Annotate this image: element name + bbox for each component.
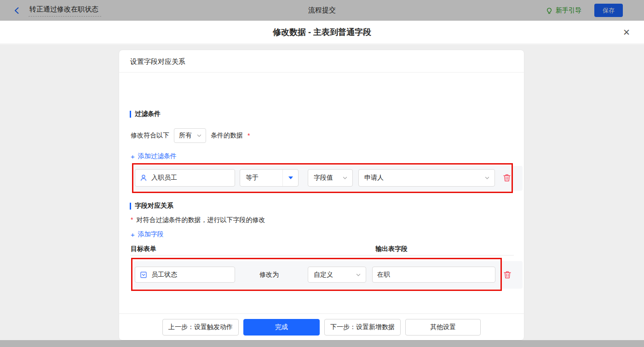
match-mode-select[interactable]: 所有 — [174, 128, 206, 143]
lightbulb-icon — [546, 7, 553, 14]
condition-field-input[interactable]: 入职员工 — [135, 169, 235, 187]
match-condition-row: 修改符合以下 所有 条件的数据 * — [131, 128, 250, 143]
operator-caret-button[interactable] — [282, 170, 298, 186]
operator-value: 等于 — [240, 174, 282, 182]
mapping-description: * 对符合过滤条件的数据，进行以下字段的修改 — [131, 216, 265, 224]
add-field-link[interactable]: + 添加字段 — [131, 230, 164, 239]
other-settings-button[interactable]: 其他设置 — [405, 319, 481, 336]
required-asterisk: * — [131, 216, 133, 223]
modal-header: 修改数据 - 主表到普通字段 ✕ — [0, 21, 644, 44]
match-prefix-label: 修改符合以下 — [131, 131, 169, 140]
close-icon[interactable]: ✕ — [621, 26, 632, 39]
beginner-guide-link[interactable]: 新手引导 — [546, 6, 581, 15]
save-button[interactable]: 保存 — [594, 4, 623, 17]
modal-body: 设置字段对应关系 过滤条件 修改符合以下 所有 — [0, 44, 644, 340]
section-accent-bar — [130, 111, 131, 118]
card-body: 过滤条件 修改符合以下 所有 条件的数据 * — [119, 73, 524, 314]
caret-down-icon — [288, 176, 293, 179]
delete-mapping-button[interactable] — [503, 270, 512, 279]
value-mode-value: 自定义 — [314, 271, 333, 279]
prev-step-button[interactable]: 上一步：设置触发动作 — [162, 319, 239, 336]
condition-value-select[interactable]: 申请人 — [358, 169, 495, 187]
modal-title: 修改数据 - 主表到普通字段 — [273, 27, 371, 38]
trash-icon — [502, 173, 512, 182]
required-asterisk: * — [247, 132, 250, 139]
delete-condition-button[interactable] — [502, 173, 512, 182]
condition-operator-select[interactable]: 等于 — [240, 169, 299, 187]
field-mapping-card: 设置字段对应关系 过滤条件 修改符合以下 所有 — [119, 50, 524, 341]
value-type-select[interactable]: 字段值 — [308, 169, 353, 187]
trash-icon — [503, 270, 512, 279]
filter-section-title: 过滤条件 — [130, 110, 161, 118]
condition-value: 申请人 — [364, 174, 384, 182]
column-header-output-field: 输出表字段 — [375, 245, 408, 253]
select-field-icon — [140, 271, 147, 279]
chevron-down-icon — [356, 272, 361, 278]
add-filter-label: 添加过滤条件 — [138, 152, 177, 160]
topbar-left: 转正通过修改在职状态 — [0, 4, 101, 17]
match-mode-value: 所有 — [179, 131, 192, 140]
add-field-label: 添加字段 — [138, 230, 164, 239]
column-header-target-form: 目标表单 — [131, 245, 156, 253]
column-divider — [130, 255, 514, 256]
value-type-value: 字段值 — [314, 174, 333, 182]
plus-icon: + — [131, 153, 135, 160]
value-mode-select[interactable]: 自定义 — [308, 267, 366, 283]
backdrop-dim-bottom — [0, 340, 644, 347]
member-field-icon — [140, 174, 147, 182]
condition-field-value: 入职员工 — [151, 174, 177, 182]
card-title: 设置字段对应关系 — [119, 50, 524, 73]
filter-section-label: 过滤条件 — [135, 110, 161, 118]
mapping-section-label: 字段对应关系 — [135, 202, 173, 210]
screen: 转正通过修改在职状态 流程提交 新手引导 保存 修改数据 - 主表到普通字段 ✕… — [0, 0, 644, 347]
output-value: 在职 — [377, 271, 390, 279]
done-button[interactable]: 完成 — [243, 319, 320, 336]
mapping-description-text: 对符合过滤条件的数据，进行以下字段的修改 — [136, 216, 265, 224]
section-accent-bar — [130, 203, 131, 210]
guide-label: 新手引导 — [556, 6, 581, 15]
output-value-input[interactable]: 在职 — [372, 267, 495, 283]
plus-icon: + — [131, 231, 135, 239]
mapping-section-title: 字段对应关系 — [130, 202, 173, 210]
chevron-down-icon — [342, 175, 348, 181]
chevron-down-icon — [196, 133, 202, 138]
flow-name-field[interactable]: 转正通过修改在职状态 — [29, 4, 101, 17]
target-field-value: 员工状态 — [151, 271, 177, 279]
next-step-button[interactable]: 下一步：设置新增数据 — [324, 319, 401, 336]
match-suffix-label: 条件的数据 — [211, 131, 243, 140]
chevron-down-icon — [484, 175, 490, 181]
topbar-right: 新手引导 保存 — [546, 0, 644, 21]
add-filter-condition-link[interactable]: + 添加过滤条件 — [131, 152, 177, 160]
topbar: 转正通过修改在职状态 流程提交 新手引导 保存 — [0, 0, 644, 21]
back-button[interactable] — [13, 6, 22, 15]
card-footer: 上一步：设置触发动作 完成 下一步：设置新增数据 其他设置 — [119, 313, 524, 340]
target-field-input[interactable]: 员工状态 — [135, 267, 235, 283]
chevron-left-icon — [13, 6, 21, 15]
modify-to-label: 修改为 — [259, 271, 279, 279]
modify-data-modal: 修改数据 - 主表到普通字段 ✕ 设置字段对应关系 过滤条件 修改符合以下 所有 — [0, 21, 644, 340]
